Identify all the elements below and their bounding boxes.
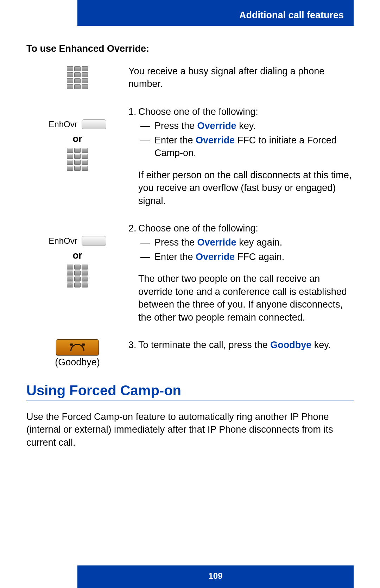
text: key.: [311, 340, 331, 350]
text: Press the: [154, 120, 197, 131]
intro-text: You receive a busy signal after dialing …: [128, 65, 354, 91]
dash-icon: —: [140, 119, 154, 132]
step-1-bullet-a: — Press the Override key.: [140, 119, 354, 132]
override-key-name: Override: [197, 120, 236, 131]
procedure-heading: To use Enhanced Override:: [26, 43, 354, 54]
step-1-text: 1. Choose one of the following: — Press …: [128, 105, 354, 207]
step-1-note: If either person on the call disconnects…: [128, 169, 354, 207]
goodbye-caption: (Goodbye): [55, 357, 100, 368]
step-3-text: 3. To terminate the call, press the Good…: [128, 339, 354, 351]
softkey-enhovr: EnhOvr: [49, 236, 106, 246]
step-intro-row: You receive a busy signal after dialing …: [26, 65, 354, 91]
text: Press the: [154, 237, 197, 248]
heading-rule: [26, 401, 354, 401]
text: key again.: [236, 237, 283, 248]
text: To terminate the call, press the: [138, 340, 270, 350]
softkey-button-icon: [82, 119, 106, 129]
softkey-label: EnhOvr: [49, 236, 77, 246]
dash-icon: —: [140, 236, 154, 249]
step-2-text: 2. Choose one of the following: — Press …: [128, 222, 354, 324]
list-number: 3.: [128, 339, 138, 351]
step-2-row: EnhOvr or 2. Choose one of the following…: [26, 222, 354, 324]
step-1-icon-col: EnhOvr or: [26, 105, 128, 172]
goodbye-key-icon: [56, 339, 99, 355]
step-1-bullet-b: — Enter the Override FFC to initiate a F…: [140, 134, 354, 160]
goodbye-key-name: Goodbye: [270, 340, 311, 350]
section-heading: Using Forced Camp-on: [26, 383, 354, 398]
step-1-lead-text: Choose one of the following:: [138, 105, 258, 118]
text: key.: [236, 120, 256, 131]
override-ffc-name: Override: [196, 135, 235, 146]
step-3-row: (Goodbye) 3. To terminate the call, pres…: [26, 339, 354, 368]
keypad-icon: [67, 66, 88, 89]
or-label: or: [73, 134, 82, 144]
dash-icon: —: [140, 250, 154, 263]
override-key-name: Override: [197, 237, 236, 248]
or-label: or: [73, 250, 82, 261]
step-2-icon-col: EnhOvr or: [26, 222, 128, 288]
text: FFC again.: [235, 252, 284, 262]
keypad-icon: [67, 265, 88, 287]
list-number: 1.: [128, 105, 138, 118]
list-number: 2.: [128, 222, 138, 235]
page-body: To use Enhanced Override: You receive a …: [0, 26, 380, 449]
header-band: Additional call features: [77, 0, 354, 26]
keypad-icon: [67, 148, 88, 171]
step-2-bullet-a: — Press the Override key again.: [140, 236, 354, 249]
step-1-row: EnhOvr or 1. Choose one of the following…: [26, 105, 354, 207]
handset-icon: [70, 344, 84, 351]
override-ffc-name: Override: [196, 252, 235, 262]
softkey-button-icon: [82, 236, 106, 246]
intro-icon-col: [26, 65, 128, 90]
softkey-label: EnhOvr: [49, 119, 77, 129]
step-2-lead: 2. Choose one of the following:: [128, 222, 354, 235]
softkey-enhovr: EnhOvr: [49, 119, 106, 129]
section-body: Use the Forced Camp-on feature to automa…: [26, 410, 354, 449]
text: Enter the: [154, 135, 196, 146]
step-3-icon-col: (Goodbye): [26, 339, 128, 368]
text: Enter the: [154, 252, 196, 262]
step-1-lead: 1. Choose one of the following:: [128, 105, 354, 118]
dash-icon: —: [140, 134, 154, 160]
step-2-note: The other two people on the call receive…: [128, 272, 354, 324]
section-title: Additional call features: [239, 10, 344, 20]
step-2-lead-text: Choose one of the following:: [138, 222, 258, 235]
step-2-bullet-b: — Enter the Override FFC again.: [140, 250, 354, 263]
